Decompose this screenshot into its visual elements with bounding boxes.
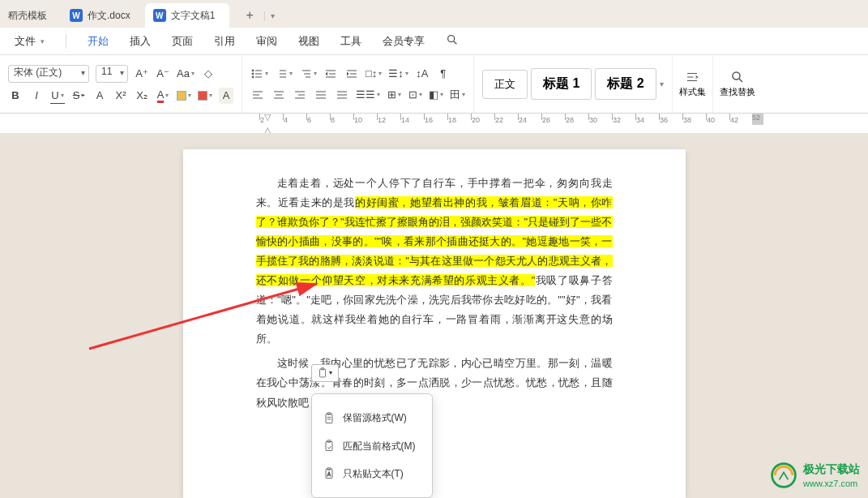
tab-bar: 稻壳模板 W 作文.docx W 文字文稿1 + | ▾ [0,0,868,28]
menu-file[interactable]: 文件 [15,34,36,49]
font-family-select[interactable]: 宋体 (正文) [8,65,89,83]
align-left-button[interactable] [250,87,265,103]
font-group: 宋体 (正文) 11 A⁺ A⁻ Aa ◇ B I U S A X² X₂ A … [0,55,242,113]
font-color-button[interactable]: A [156,88,170,104]
chevron-down-icon: ▾ [41,37,45,45]
menu-bar: 文件 ▾ 开始 插入 页面 引用 审阅 视图 工具 会员专享 [0,28,868,55]
tab-label: 作文.docx [88,9,130,23]
word-icon: W [153,9,166,22]
tab-label: 稻壳模板 [8,9,47,23]
strike-button[interactable]: S [71,88,86,104]
svg-point-4 [252,73,254,75]
svg-point-0 [448,36,455,42]
underline-button[interactable]: U [50,88,65,104]
paragraph-1[interactable]: 走着走着，远处一个人停下了自行车，手中撑着一把伞，匆匆向我走来。近看走来的是我的… [256,174,613,349]
shading-button[interactable] [198,88,212,104]
align-justify-button[interactable] [314,87,328,103]
watermark-title: 极光下载站 [803,462,860,477]
menu-insert[interactable]: 插入 [130,34,151,49]
style-set-label: 样式集 [679,86,706,98]
svg-rect-43 [326,441,332,450]
paste-options-menu: 保留源格式(W) 匹配当前格式(M) A 只粘贴文本(T) [311,393,433,498]
sort-button[interactable]: ↕A [415,66,430,82]
watermark-url: www.xz7.com [803,479,860,488]
menu-start[interactable]: 开始 [88,34,109,49]
canvas-area: 走着走着，远处一个人停下了自行车，手中撑着一把伞，匆匆向我走来。近看走来的是我的… [0,133,868,498]
para-shade-button[interactable]: 田 [450,87,465,103]
align-right-button[interactable] [293,87,307,103]
svg-point-35 [733,72,740,79]
indent-decrease-button[interactable] [323,66,338,82]
watermark-logo-icon [769,461,798,490]
font-size-select[interactable]: 11 [96,65,128,83]
watermark: 极光下载站 www.xz7.com [769,461,860,490]
number-list-button[interactable] [275,66,293,82]
svg-rect-37 [319,369,325,377]
strike2-button[interactable]: A [92,88,107,104]
menu-label: 只粘贴文本(T) [343,465,404,483]
new-tab-button[interactable]: + | ▾ [229,3,289,28]
svg-line-36 [739,79,742,82]
superscript-button[interactable]: X² [113,88,128,104]
style-set-button[interactable]: 样式集 [673,55,712,113]
paste-keep-source[interactable]: 保留源格式(W) [312,404,432,431]
borders-button[interactable]: ⊡ [408,87,422,103]
tab-label: 文字文稿1 [171,9,216,23]
columns-button[interactable]: ☰☰ [356,87,380,103]
svg-line-1 [454,41,456,44]
fill-button[interactable]: ◧ [429,87,443,103]
menu-view[interactable]: 视图 [298,34,319,49]
menu-page[interactable]: 页面 [172,34,193,49]
paragraph-group: □↕ ☰↕ ↕A ¶ ☰☰ ⊞ ⊡ ◧ 田 [242,55,474,113]
paragraph-2[interactable]: 这时候，我内心里的忧愁已了无踪影，内心已晴空万里。那一刻，温暖在我心中荡漾。青春… [256,354,613,412]
tab-doc1[interactable]: W 作文.docx [62,3,145,28]
tabs-button[interactable]: ⊞ [387,87,401,103]
paste-options-button[interactable]: ▾ [311,364,339,382]
chevron-down-icon[interactable]: ▾ [660,79,664,88]
show-marks-button[interactable]: ¶ [436,66,451,82]
style-gallery: 正文 标题 1 标题 2 ▾ [474,55,673,113]
svg-point-6 [252,76,254,78]
divider: | [263,10,266,21]
outline-list-button[interactable] [299,66,317,82]
menu-vip[interactable]: 会员专享 [383,34,425,49]
clear-format-button[interactable]: ◇ [201,66,216,82]
tab-templates[interactable]: 稻壳模板 [0,3,62,28]
bullet-list-button[interactable] [250,66,268,82]
subscript-button[interactable]: X₂ [135,88,149,104]
align-center-button[interactable] [272,87,286,103]
document-page[interactable]: 走着走着，远处一个人停下了自行车，手中撑着一把伞，匆匆向我走来。近看走来的是我的… [183,149,686,498]
phonetic-button[interactable]: A [219,88,233,104]
tab-doc2[interactable]: W 文字文稿1 [145,3,230,28]
bold-button[interactable]: B [8,88,23,104]
paste-match-format[interactable]: 匹配当前格式(M) [312,432,432,460]
find-replace-button[interactable]: 查找替换 [712,55,762,113]
paste-text-only[interactable]: A 只粘贴文本(T) [312,460,432,487]
font-decrease-button[interactable]: A⁻ [156,66,170,82]
indent-increase-button[interactable] [344,66,359,82]
highlight-button[interactable] [177,88,191,104]
ruler[interactable]: ▽ △ 2 4 6 8 10 12 14 16 18 20 22 24 26 2… [0,114,868,133]
change-case-button[interactable]: Aa [177,66,195,82]
style-heading2[interactable]: 标题 2 [595,68,656,100]
menu-review[interactable]: 审阅 [256,34,277,49]
style-body[interactable]: 正文 [482,70,528,99]
menu-tool[interactable]: 工具 [340,34,361,49]
menu-label: 匹配当前格式(M) [343,437,416,455]
font-increase-button[interactable]: A⁺ [135,66,149,82]
word-icon: W [70,9,83,22]
italic-button[interactable]: I [29,88,44,104]
menu-ref[interactable]: 引用 [214,34,235,49]
line-spacing-button[interactable]: ☰↕ [388,66,408,82]
svg-text:A: A [327,471,331,477]
chevron-down-icon: ▾ [329,367,332,380]
toolbar: 宋体 (正文) 11 A⁺ A⁻ Aa ◇ B I U S A X² X₂ A … [0,55,868,114]
divider [66,34,66,49]
text-direction-button[interactable]: □↕ [366,66,382,82]
find-replace-label: 查找替换 [720,86,755,98]
align-distribute-button[interactable] [335,87,349,103]
search-icon[interactable] [446,33,459,49]
highlighted-text: 的好闺蜜，她望着出神的我，皱着眉道："天呐，你咋了？谁欺负你了？"我连忙擦了擦眼… [256,196,613,286]
style-heading1[interactable]: 标题 1 [531,68,592,100]
plus-icon: + [246,8,253,23]
